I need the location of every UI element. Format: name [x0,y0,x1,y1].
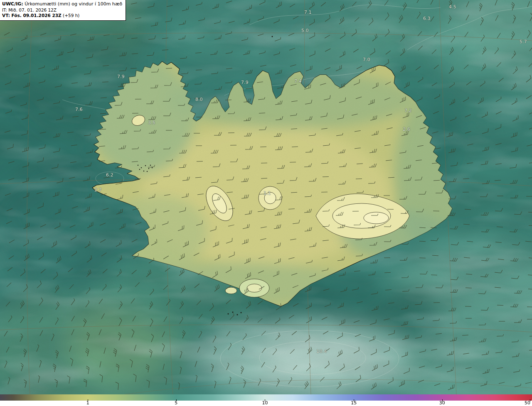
colorbar-tick-30: 30 [442,401,448,406]
wind-barb-icon [431,275,437,275]
wind-barb-icon [225,100,232,100]
wind-barb-icon [433,211,439,211]
weather-map-canvas: 7.14.56.35.05.77.07.97.97.48.07.67.23.52… [0,0,532,394]
valid-time-offset: (+59 h) [63,13,79,18]
map-title: Úrkomumætti (mm) og vindur í 100m hæð [25,1,122,7]
wind-barb-icon [465,209,471,210]
wind-barb-icon [356,179,362,179]
precipitation-wind-map-svg [0,0,532,394]
colorbar-tick-15: 15 [354,401,360,406]
colorbar-ticks: 1510153050 [0,401,532,406]
precipitation-colorbar: 1510153050 [0,394,532,406]
wind-barb-icon [384,272,391,273]
wind-barb-icon [166,68,172,68]
wind-barb-icon [433,180,440,181]
wind-barb-icon [388,177,394,178]
map-title-line: UWC/IG: Úrkomumætti (mm) og vindur í 100… [2,1,122,7]
wind-barb-icon [419,258,426,258]
valid-time: VT: Fös. 09.01.2026 23Z [2,13,62,18]
wind-barb-icon [323,176,329,177]
init-time: IT: Mið. 07. 01. 2026 12Z [2,7,122,13]
colorbar-tick-50: 50 [530,401,532,406]
wind-barb-icon [290,162,296,162]
colorbar-tick-10: 10 [265,401,271,406]
colorbar-tick-5: 5 [176,401,179,406]
colorbar-tick-1: 1 [88,401,91,406]
model-id: UWC/IG: [2,1,23,7]
forecast-info-box: UWC/IG: Úrkomumætti (mm) og vindur í 100… [0,0,126,21]
wind-barb-icon [527,307,532,307]
wind-barb-icon [261,178,267,179]
colorbar-gradient [0,394,532,401]
valid-time-line: VT: Fös. 09.01.2026 23Z (+59 h) [2,13,122,19]
